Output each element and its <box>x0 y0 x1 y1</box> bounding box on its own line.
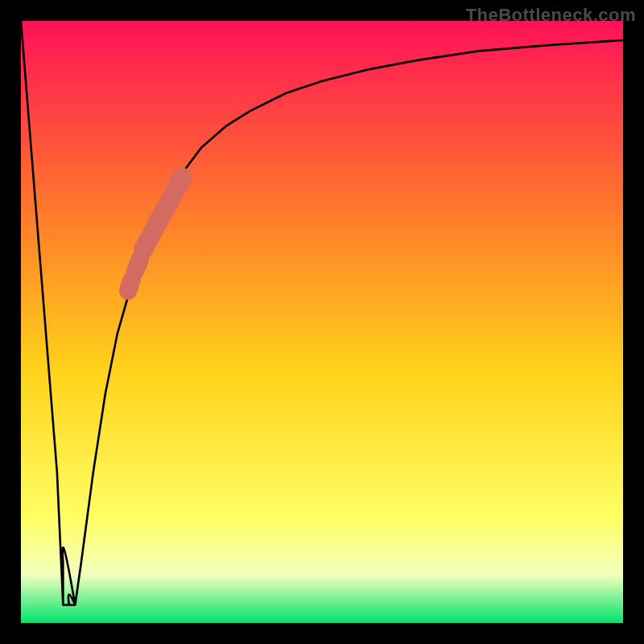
bottleneck-chart <box>21 21 623 623</box>
plot-area <box>21 21 623 623</box>
highlight-segment-1 <box>135 258 140 270</box>
highlight-segment-2 <box>128 280 131 291</box>
svg-rect-0 <box>21 21 623 623</box>
watermark-text: TheBottleneck.com <box>466 5 636 26</box>
chart-frame: TheBottleneck.com <box>0 0 644 644</box>
